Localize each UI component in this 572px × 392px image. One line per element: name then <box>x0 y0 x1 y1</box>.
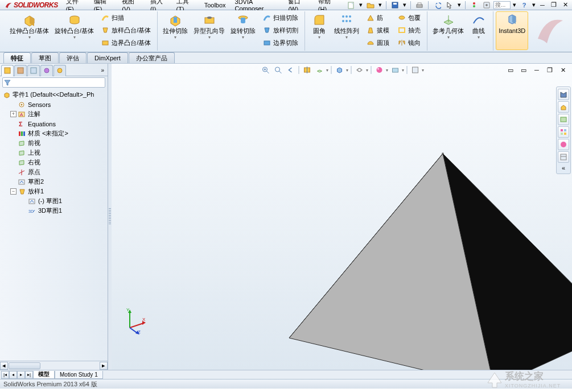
edit-appearance-button[interactable] <box>373 65 385 75</box>
menu-composer[interactable]: 3DVIA Composer <box>231 0 284 10</box>
menu-toolbox[interactable]: Toolbox <box>200 0 231 10</box>
tree-filter[interactable] <box>2 77 105 88</box>
tree-equations[interactable]: ΣEquations <box>0 119 108 129</box>
panel-scrollbar[interactable]: ◂ ▸ <box>0 361 108 370</box>
zoom-area-button[interactable] <box>272 65 283 75</box>
task-design-lib-button[interactable] <box>558 101 569 113</box>
search-input[interactable] <box>493 1 511 9</box>
ref-geom-button[interactable]: 参考几何体▾ <box>430 11 467 50</box>
open-button[interactable] <box>365 1 376 10</box>
new-button[interactable] <box>345 1 357 10</box>
display-style-button[interactable] <box>334 65 345 75</box>
task-appearances-button[interactable] <box>558 139 569 150</box>
revolve-boss-button[interactable]: 旋转凸台/基体 ▾ <box>52 11 97 50</box>
tab-first-button[interactable]: |◂ <box>1 371 9 379</box>
cut-extrude-button[interactable]: 拉伸切除 ▾ <box>160 11 191 50</box>
help-button[interactable]: ? <box>518 1 530 10</box>
display-tab[interactable] <box>40 65 53 76</box>
model-pyramid[interactable] <box>277 149 572 370</box>
tree-annotations[interactable]: +A注解 <box>0 109 108 119</box>
shell-button[interactable]: 抽壳 <box>394 24 423 36</box>
appearance-tab[interactable] <box>54 65 66 76</box>
wrap-button[interactable]: 包覆 <box>394 11 423 24</box>
doc-minimize-button[interactable]: ▭ <box>518 65 529 75</box>
minimize-button[interactable]: ─ <box>537 1 548 9</box>
tree-top[interactable]: 上视 <box>0 148 108 158</box>
hole-wizard-button[interactable]: 异型孔向导 ▾ <box>191 11 228 50</box>
menu-tools[interactable]: 工具(T) <box>172 0 200 10</box>
rib-button[interactable]: 筋 <box>363 11 392 24</box>
select-dropdown[interactable]: ▾ <box>456 1 462 10</box>
axis-triad[interactable]: Y X Z <box>118 306 147 335</box>
fillet-button[interactable]: 圆角▾ <box>307 11 331 50</box>
extrude-boss-button[interactable]: 拉伸凸台/基体 ▾ <box>7 11 52 50</box>
sweep-button[interactable]: 扫描 <box>98 11 154 24</box>
search-dropdown[interactable]: ▾ <box>512 1 517 10</box>
tab-evaluate[interactable]: 评估 <box>59 52 87 63</box>
tab-office[interactable]: 办公室产品 <box>129 52 175 63</box>
tree-sensors[interactable]: Sensors <box>0 100 108 109</box>
loft-button[interactable]: 放样凸台/基体 <box>98 24 154 36</box>
apply-scene-button[interactable] <box>389 65 401 75</box>
tree-root[interactable]: 零件1 (Default<<Default>_Ph <box>0 90 108 100</box>
restore-button[interactable]: ❐ <box>548 1 559 9</box>
dome-button[interactable]: 圆顶 <box>363 36 392 49</box>
tab-features[interactable]: 特征 <box>3 52 31 63</box>
menu-view[interactable]: 视图(V) <box>117 0 146 10</box>
scroll-right-button[interactable]: ▸ <box>100 362 108 370</box>
undo-button[interactable] <box>431 1 443 10</box>
help-dropdown[interactable]: ▾ <box>531 1 537 10</box>
flyout-button[interactable]: » <box>98 67 106 73</box>
tab-next-button[interactable]: ▸ <box>17 371 25 379</box>
tree-sub-sketch1[interactable]: (-) 草图1 <box>0 196 108 206</box>
tab-dimxpert[interactable]: DimXpert <box>87 52 128 63</box>
task-resources-button[interactable] <box>558 89 569 100</box>
task-file-explorer-button[interactable] <box>558 114 569 125</box>
task-view-palette-button[interactable] <box>558 126 569 138</box>
feature-tree[interactable]: 零件1 (Default<<Default>_Ph Sensors +A注解 Σ… <box>0 89 108 361</box>
select-button[interactable] <box>444 1 455 10</box>
view-settings-button[interactable] <box>409 65 421 75</box>
draft-button[interactable]: 拔模 <box>363 24 392 36</box>
scroll-thumb[interactable] <box>9 362 40 369</box>
tab-sketch[interactable]: 草图 <box>31 52 59 63</box>
hide-show-button[interactable] <box>353 65 365 75</box>
mirror-button[interactable]: 镜向 <box>394 36 423 49</box>
print-button[interactable] <box>414 1 425 10</box>
menu-insert[interactable]: 插入(I) <box>146 0 172 10</box>
settings-button[interactable] <box>481 1 492 10</box>
menu-help[interactable]: 帮助(H) <box>314 0 342 10</box>
tree-material[interactable]: 材质 <未指定> <box>0 129 108 138</box>
menu-file[interactable]: 文件(F) <box>61 0 89 10</box>
save-dropdown[interactable]: ▾ <box>402 1 408 10</box>
traffic-light-icon[interactable] <box>468 1 480 10</box>
collapse-button[interactable]: − <box>10 188 17 195</box>
tree-sketch2[interactable]: 草图2 <box>0 177 108 187</box>
tab-model[interactable]: 模型 <box>33 371 55 379</box>
tree-sub-3dsketch[interactable]: 3D3D草图1 <box>0 206 108 216</box>
doc-menu-button[interactable]: ▭ <box>505 65 516 75</box>
tree-right[interactable]: 右视 <box>0 158 108 167</box>
linear-pattern-button[interactable]: 线性阵列▾ <box>331 11 362 50</box>
revolve-cut-button[interactable]: 旋转切除 ▾ <box>228 11 258 50</box>
config-tab[interactable] <box>27 65 40 76</box>
tab-last-button[interactable]: ▸| <box>25 371 33 379</box>
boundary-cut-button[interactable]: 边界切除 <box>260 36 301 49</box>
menu-edit[interactable]: 编辑(E) <box>89 0 118 10</box>
open-dropdown[interactable]: ▾ <box>377 1 383 10</box>
close-button[interactable]: ✕ <box>559 1 571 9</box>
tree-origin[interactable]: 原点 <box>0 167 108 177</box>
prev-view-button[interactable] <box>285 65 296 75</box>
instant3d-button[interactable]: Instant3D <box>496 11 528 50</box>
doc-maximize-button[interactable]: ❐ <box>544 65 555 75</box>
menu-window[interactable]: 窗口(W) <box>283 0 313 10</box>
save-button[interactable] <box>389 1 401 10</box>
boundary-button[interactable]: 边界凸台/基体 <box>98 36 154 49</box>
scroll-left-button[interactable]: ◂ <box>0 362 8 370</box>
loft-cut-button[interactable]: 放样切割 <box>260 24 301 36</box>
tree-front[interactable]: 前视 <box>0 138 108 148</box>
doc-close-button[interactable]: ✕ <box>557 65 569 75</box>
property-tab[interactable] <box>14 65 27 76</box>
feature-tree-tab[interactable] <box>1 65 14 76</box>
tab-prev-button[interactable]: ◂ <box>9 371 17 379</box>
